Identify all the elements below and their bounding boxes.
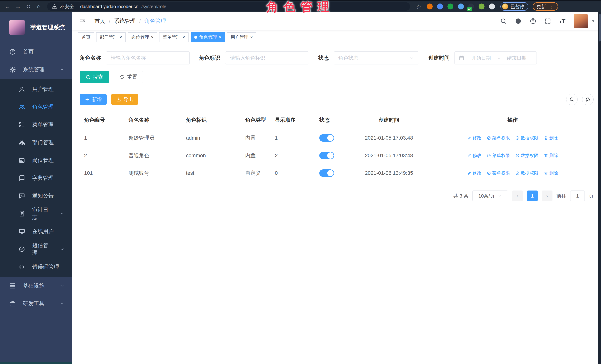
browser-home-button[interactable]: ⌂	[34, 2, 43, 11]
green-check-extension-icon[interactable]	[448, 3, 453, 10]
role-key-input[interactable]	[225, 51, 309, 64]
sidebar-logo-row[interactable]: 芋道管理系统	[0, 12, 72, 43]
status-toggle[interactable]	[319, 152, 334, 159]
search-icon[interactable]	[500, 18, 507, 24]
url-bar[interactable]: 不安全 dashboard.yudao.iocoder.cn /system/r…	[47, 2, 410, 11]
tab-close-icon[interactable]: ×	[120, 35, 122, 39]
circle-check-icon	[19, 246, 25, 253]
emoji-face-icon	[502, 3, 508, 10]
breadcrumb-item[interactable]: 首页	[94, 17, 105, 25]
fullscreen-icon[interactable]	[544, 18, 551, 24]
browser-forward-button[interactable]: →	[14, 2, 22, 11]
sidebar-item-error-code[interactable]: 错误码管理	[0, 258, 72, 276]
status-select[interactable]: 角色状态	[334, 51, 419, 64]
delete-role-link[interactable]: 删除	[544, 170, 558, 176]
breadcrumb-item[interactable]: 系统管理	[114, 17, 136, 25]
tab-dept[interactable]: 部门管理×	[96, 32, 126, 42]
tab-user[interactable]: 用户管理×	[227, 32, 256, 42]
avatar-caret-down-icon[interactable]: ▾	[592, 19, 594, 24]
tab-close-icon[interactable]: ×	[151, 35, 153, 39]
sidebar-item-dev-tools[interactable]: 研发工具	[0, 295, 72, 313]
font-size-icon[interactable]: TT	[559, 18, 565, 25]
browser-menu-kebab-icon[interactable]: ⋮	[549, 3, 554, 10]
user-avatar[interactable]	[574, 14, 588, 28]
prev-page-button[interactable]: ‹	[512, 190, 523, 201]
sidebar-item-system[interactable]: 系统管理	[0, 61, 72, 79]
page-1-button[interactable]: 1	[527, 190, 538, 201]
menu-permission-link[interactable]: 菜单权限	[487, 170, 510, 176]
edit-role-link[interactable]: 修改	[467, 153, 481, 158]
sidebar-item-dept[interactable]: 部门管理	[0, 134, 72, 151]
delete-role-link[interactable]: 删除	[544, 153, 558, 158]
page-size-select[interactable]: 10条/页	[472, 190, 508, 201]
start-date-placeholder: 开始日期	[465, 55, 497, 61]
help-icon[interactable]	[530, 18, 536, 24]
goto-page-input[interactable]	[570, 190, 585, 201]
sidebar-item-dict[interactable]: 字典管理	[0, 169, 72, 187]
menu-permission-link[interactable]: 菜单权限	[487, 135, 510, 141]
tab-close-icon[interactable]: ×	[219, 35, 221, 39]
puzzle-extensions-icon[interactable]	[489, 3, 495, 10]
filter-role-key: 角色标识	[199, 51, 309, 64]
tab-role[interactable]: 角色管理×	[191, 32, 225, 42]
status-toggle[interactable]	[319, 169, 334, 177]
menu-permission-link[interactable]: 菜单权限	[487, 153, 510, 158]
breadcrumb-item[interactable]: 角色管理	[144, 17, 166, 25]
sidebar-item-online-user[interactable]: 在线用户	[0, 223, 72, 240]
sidebar-item-sms[interactable]: 短信管理	[0, 240, 72, 258]
main-panel: 首页/系统管理/角色管理 TT ▾ 首页部门管理×岗位管理×菜单管理×角色管理×…	[72, 12, 601, 364]
toggle-search-button[interactable]	[566, 94, 578, 105]
tab-close-icon[interactable]: ×	[182, 35, 185, 39]
sidebar-item-role[interactable]: 角色管理	[0, 98, 72, 116]
tab-close-icon[interactable]: ×	[250, 35, 253, 39]
github-icon[interactable]	[515, 18, 521, 24]
bookmark-star-icon[interactable]: ☆	[416, 3, 421, 10]
edit-role-link[interactable]: 修改	[467, 170, 481, 176]
blue-grid-extension-icon[interactable]	[458, 3, 464, 10]
reset-button[interactable]: 重置	[114, 71, 143, 83]
add-role-button[interactable]: 新增	[80, 94, 107, 105]
status-toggle[interactable]	[319, 134, 334, 142]
tab-post[interactable]: 岗位管理×	[128, 32, 157, 42]
green-monkey-extension-icon[interactable]	[479, 3, 484, 10]
browser-back-button[interactable]: ←	[3, 2, 12, 11]
sidebar-item-menu[interactable]: 菜单管理	[0, 116, 72, 134]
sidebar-item-label: 字典管理	[32, 174, 54, 182]
refresh-table-button[interactable]	[582, 94, 594, 105]
tab-menu[interactable]: 菜单管理×	[159, 32, 189, 42]
page-unit-label: 页	[589, 193, 594, 199]
role-name-input[interactable]	[106, 51, 190, 64]
search-button[interactable]: 搜索	[80, 71, 109, 83]
tab-home[interactable]: 首页	[78, 32, 94, 42]
sidebar-item-post[interactable]: 岗位管理	[0, 151, 72, 169]
dark-switch-extension-icon[interactable]: on	[468, 3, 474, 10]
paused-extension-pill[interactable]: 已暂停	[501, 2, 528, 11]
orange-ring-extension-icon[interactable]	[427, 3, 433, 10]
date-range-picker[interactable]: 开始日期 - 结束日期	[454, 51, 537, 64]
sidebar-item-label: 角色管理	[32, 103, 54, 111]
sidebar-item-infra[interactable]: 基础设施	[0, 277, 72, 295]
trash-icon	[544, 171, 548, 175]
browser-update-button[interactable]: 更新 ⋮	[533, 2, 558, 11]
data-permission-link[interactable]: 数据权限	[515, 135, 539, 141]
scrollbar-thumb[interactable]	[599, 14, 601, 41]
row-action-label: 修改	[473, 153, 481, 158]
page-scrollbar[interactable]	[598, 12, 601, 364]
sidebar-item-user[interactable]: 用户管理	[0, 80, 72, 98]
sidebar-item-home[interactable]: 首页	[0, 43, 72, 61]
sidebar-collapse-icon[interactable]	[79, 18, 86, 24]
browser-reload-button[interactable]: ↻	[24, 2, 33, 11]
column-header: 创建时间	[346, 111, 431, 129]
sidebar-item-audit-log[interactable]: 审计日志	[0, 205, 72, 223]
next-page-button[interactable]: ›	[542, 190, 552, 201]
sidebar-item-notice[interactable]: 通知公告	[0, 187, 72, 205]
data-permission-link[interactable]: 数据权限	[515, 153, 539, 158]
export-button[interactable]: 导出	[111, 94, 138, 105]
column-header: 角色名称	[124, 111, 181, 129]
blue-drop-extension-icon[interactable]	[437, 3, 443, 10]
delete-role-link[interactable]: 删除	[544, 135, 558, 141]
data-permission-link[interactable]: 数据权限	[515, 170, 539, 176]
status-label: 状态	[318, 54, 329, 62]
edit-role-link[interactable]: 修改	[467, 135, 481, 141]
chevron-down-icon	[60, 284, 64, 288]
